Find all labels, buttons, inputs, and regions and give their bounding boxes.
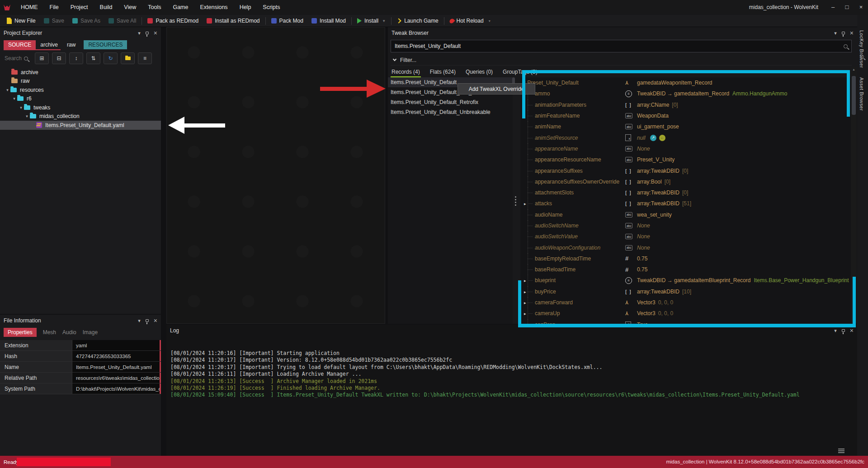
expander-icon[interactable]: ▾ [18, 105, 24, 110]
scrollbar-thumb[interactable] [852, 76, 856, 115]
tab-properties[interactable]: Properties [4, 328, 37, 337]
property-row[interactable]: ▶ appearanceSuffixes array:TweakDBID [0]… [520, 165, 868, 176]
expander-icon[interactable]: ▾ [11, 96, 17, 101]
property-value[interactable]: Items.Preset_Unity_Default.yaml [72, 362, 161, 372]
property-row[interactable]: ▶ animationParameters array:CName [0] ↗← [520, 99, 868, 110]
property-row[interactable]: ▶ blueprint TweakDBID → gamedataItemBlue… [520, 275, 868, 286]
expand-node-button[interactable]: ⊞ [35, 52, 49, 64]
minimize-button[interactable]: – [826, 0, 840, 15]
panel-menu-icon[interactable] [834, 31, 837, 36]
property-value-reference[interactable]: Ammo.HandgunAmmo [732, 90, 787, 97]
expander-icon[interactable]: ▶ [524, 311, 527, 316]
pin-icon[interactable] [146, 32, 149, 34]
property-row[interactable]: ▶ appearanceResourceName Preset_V_Unity … [520, 154, 868, 165]
close-icon[interactable] [850, 30, 854, 36]
property-row[interactable]: ▶ buyPrice array:TweakDBID [10] ↗← [520, 286, 868, 297]
panel-menu-icon[interactable] [138, 318, 141, 323]
property-row[interactable]: ▶ attacks array:TweakDBID [51] ↗← [520, 198, 868, 209]
panel-menu-icon[interactable] [834, 328, 837, 333]
property-row[interactable]: ▶ audioName wea_set_unity ↗← [520, 209, 868, 220]
expander-icon[interactable]: ▶ [524, 289, 527, 294]
property-value-reference[interactable]: Items.Base_Power_Handgun_Blueprint [754, 277, 849, 284]
menu-item[interactable]: HOME [15, 0, 44, 15]
panel-menu-icon[interactable] [138, 31, 141, 36]
tweak-search-input[interactable]: Items.Preset_Unity_Default [391, 40, 852, 52]
tree-item-midas-collection[interactable]: ▾midas_collection [0, 112, 161, 121]
property-row[interactable]: ▶ animSetResource null ↗← [520, 132, 868, 143]
property-row[interactable]: ▶ cameraUp Vector3 0, 0, 0 ↗← [520, 308, 868, 319]
refresh-button[interactable]: ↻ [104, 52, 118, 64]
close-button[interactable]: × [854, 0, 868, 15]
menu-item[interactable]: Scripts [257, 0, 286, 15]
menu-item[interactable]: Help [234, 0, 257, 15]
install-button[interactable]: Install▼ [353, 15, 390, 27]
filter-expander[interactable]: Filter... [391, 55, 852, 66]
close-icon[interactable] [154, 30, 157, 36]
log-options-icon[interactable] [838, 449, 844, 449]
revert-icon[interactable]: ← [659, 135, 665, 141]
menu-item[interactable]: Build [94, 0, 118, 15]
tab-raw[interactable]: raw [62, 40, 80, 49]
list-view-button[interactable]: ≡ [138, 52, 152, 64]
save-button[interactable]: Save [40, 15, 68, 27]
property-row[interactable]: ▶ ammo TweakDBID → gamedataItem_Record A… [520, 88, 868, 99]
search-input[interactable]: Search [3, 53, 32, 64]
property-row[interactable]: ▶ audioSwitchName None ↗← [520, 220, 868, 231]
tree-item-tweaks[interactable]: ▾tweaks [0, 103, 161, 112]
tree-item-r6[interactable]: ▾r6 [0, 95, 161, 104]
toolbar-overflow-icon[interactable]: ▾ [489, 19, 491, 23]
save-all-button[interactable]: Save All [104, 15, 140, 27]
save-as-button[interactable]: Save As [68, 15, 104, 27]
tab-image[interactable]: Image [83, 329, 98, 336]
property-value[interactable]: 4727447236553033365 [72, 351, 161, 361]
menu-item[interactable]: Extensions [194, 0, 233, 15]
pin-icon[interactable] [146, 319, 149, 322]
pin-icon[interactable] [842, 329, 845, 332]
scroll-up-icon[interactable]: ▲ [851, 68, 857, 71]
property-row[interactable]: ▶ audioWeaponConfiguration None ↗← [520, 242, 868, 253]
property-value[interactable]: D:\bhakt\Projects\WolvenKit\midas_co [72, 383, 161, 394]
hot-reload-button[interactable]: Hot Reload [446, 15, 488, 27]
close-icon[interactable] [154, 317, 157, 324]
new-file-button[interactable]: New File [3, 15, 40, 27]
tab-queries[interactable]: Queries (0) [465, 69, 494, 77]
open-resource-icon[interactable]: ↗ [650, 135, 656, 141]
close-icon[interactable] [850, 327, 854, 334]
property-row[interactable]: ▶ baseReloadTime 0.75 ↗← [520, 264, 868, 275]
pack-mod-button[interactable]: Pack Mod [267, 15, 307, 27]
pin-icon[interactable] [842, 32, 845, 34]
menu-item[interactable]: Game [167, 0, 194, 15]
record-item[interactable]: Items.Preset_Unity_Default_Retrofix [388, 97, 513, 107]
tab-source[interactable]: SOURCE [4, 40, 36, 49]
expander-icon[interactable]: ▶ [524, 300, 527, 305]
expander-icon[interactable]: ▶ [524, 278, 527, 283]
tree-item-resources[interactable]: ▾resources [0, 85, 161, 95]
tree-item-archive[interactable]: archive [0, 68, 161, 77]
tab-archive[interactable]: archive [36, 40, 62, 49]
property-row[interactable]: ▶ animName ui_garment_pose ↗← [520, 121, 868, 132]
expander-icon[interactable]: ▾ [24, 114, 30, 118]
chevron-down-icon[interactable]: ▼ [382, 19, 386, 23]
menu-item[interactable]: File [44, 0, 65, 15]
tab-lockey-browser[interactable]: LocKey Browser [859, 30, 864, 68]
expand-all-button[interactable]: ↕ [69, 52, 83, 64]
tab-mesh[interactable]: Mesh [43, 329, 56, 336]
property-value[interactable]: yaml [72, 340, 161, 350]
property-row[interactable]: ▶ attachmentSlots array:TweakDBID [0] ↗← [520, 187, 868, 198]
open-folder-button[interactable] [121, 52, 135, 64]
property-value[interactable]: resources\r6\tweaks\midas_collection\ [72, 373, 161, 383]
property-row[interactable]: ▶ animFeatureName WeaponData ↗← [520, 110, 868, 121]
property-row[interactable]: ▶ appearanceName None ↗← [520, 143, 868, 154]
tab-resources[interactable]: RESOURCES [84, 40, 127, 49]
tab-records[interactable]: Records (4) [391, 69, 421, 77]
property-row[interactable]: ▶ s.Preset_Unity_Default gamedataWeaponI… [520, 77, 868, 88]
log-content[interactable]: [08/01/2024 11:20:16] [Important] Starti… [166, 338, 857, 456]
tab-asset-browser[interactable]: Asset Browser [859, 77, 864, 111]
property-row[interactable]: ▶ canDrop True ↗← [520, 319, 868, 324]
property-row[interactable]: ▶ baseEmptyReloadTime 0.75 ↗← [520, 253, 868, 264]
record-item[interactable]: Items.Preset_Unity_Default_Unbreakable [388, 107, 513, 117]
tree-item-yaml-file[interactable]: Items.Preset_Unity_Default.yaml [0, 121, 161, 130]
expander-icon[interactable]: ▶ [524, 201, 527, 206]
menu-item[interactable]: Project [65, 0, 94, 15]
install-as-redmod-button[interactable]: Install as REDmod [203, 15, 264, 27]
